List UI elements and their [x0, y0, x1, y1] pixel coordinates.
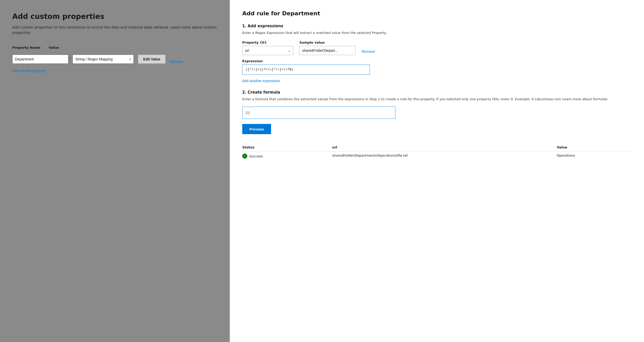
property-name-group: Property Name — [12, 46, 41, 49]
value-group-label: Value — [49, 46, 59, 49]
property-name-input[interactable] — [12, 55, 68, 64]
form-header-row: Property Name Value — [12, 46, 217, 49]
url-column-header: url — [332, 143, 557, 151]
step2-section: 2. Create formula Enter a formula that c… — [242, 90, 632, 161]
add-another-expression-button[interactable]: Add another expression — [242, 79, 280, 83]
step1-desc: Enter a Regex Expression that will extra… — [242, 30, 632, 35]
status-text: -Success — [248, 154, 263, 158]
preview-section: Preview — [242, 124, 632, 141]
expression-input[interactable] — [242, 65, 370, 75]
page-title: Add custom properties — [12, 12, 217, 21]
property-row: * String / Regex Mapping Static Value Lo… — [12, 55, 217, 64]
expression-field-row: Property {0} url title filename Sample v… — [242, 41, 632, 55]
add-another-property-button[interactable]: Add another property — [12, 69, 46, 73]
url-cell: sharedFolder\Departments\Operations\file… — [332, 151, 557, 161]
value-select-wrapper: String / Regex Mapping Static Value Look… — [72, 55, 134, 64]
property-select-group: Property {0} url title filename — [242, 41, 293, 55]
step2-desc: Enter a formula that combines the extrac… — [242, 97, 632, 102]
formula-input[interactable] — [242, 107, 395, 119]
value-column-header: Value — [557, 143, 632, 151]
sample-value-label: Sample value — [299, 41, 356, 44]
status-column-header: Status — [242, 143, 332, 151]
sample-value-group: Sample value — [299, 41, 356, 55]
success-icon: ✓ — [242, 154, 247, 159]
property-name-label: Property Name — [12, 46, 41, 49]
expression-label: Expression — [242, 59, 632, 63]
property-select-label: Property {0} — [242, 41, 293, 44]
rule-panel-title: Add rule for Department — [242, 10, 632, 17]
results-table: Status url Value ✓ -Success sharedFolder… — [242, 143, 632, 161]
property-name-field-group: * — [12, 55, 68, 64]
preview-button[interactable]: Preview — [242, 124, 271, 134]
remove-property-button[interactable]: Remove — [170, 60, 183, 64]
table-row: ✓ -Success sharedFolder\Departments\Oper… — [242, 151, 632, 161]
value-label: Value — [49, 46, 59, 49]
required-indicator: * — [69, 57, 71, 60]
properties-form: Property Name Value * String / Regex Map… — [12, 46, 217, 73]
property-select[interactable]: url title filename — [242, 46, 293, 55]
remove-expression-button[interactable]: Remove — [362, 49, 375, 55]
step1-section: 1. Add expressions Enter a Regex Express… — [242, 24, 632, 83]
step1-heading: 1. Add expressions — [242, 24, 632, 28]
edit-value-button[interactable]: Edit Value — [138, 55, 166, 64]
property-dropdown-wrapper: url title filename — [242, 46, 293, 55]
step2-heading: 2. Create formula — [242, 90, 632, 95]
status-cell: ✓ -Success — [242, 151, 332, 161]
sample-value-input[interactable] — [299, 46, 356, 55]
expression-group: Expression — [242, 59, 632, 75]
value-result-cell: Operations — [557, 151, 632, 161]
right-panel: Add rule for Department 1. Add expressio… — [230, 0, 644, 342]
page-description: Add custom properties to this connection… — [12, 25, 217, 35]
value-type-select[interactable]: String / Regex Mapping Static Value Look… — [72, 55, 134, 64]
left-panel: Add custom properties Add custom propert… — [0, 0, 230, 342]
